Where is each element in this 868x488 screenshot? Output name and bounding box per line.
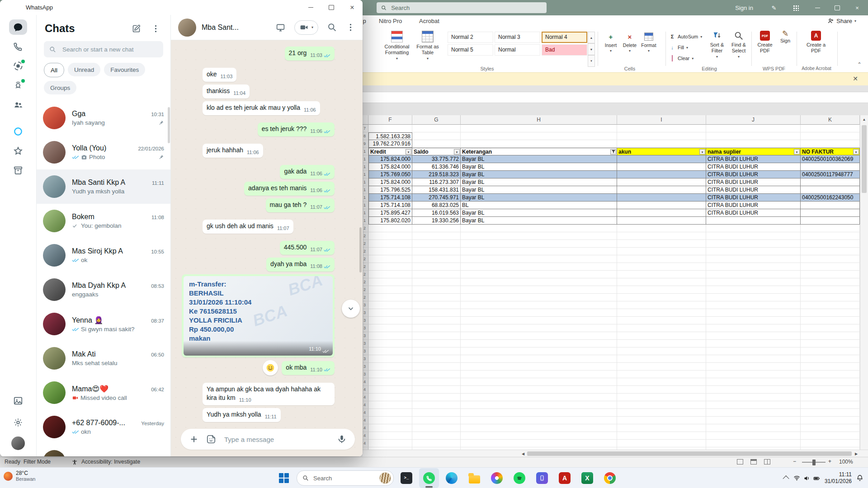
row-number[interactable]: 7 [363,125,368,132]
chat-search-input[interactable] [61,46,158,53]
empty-cell[interactable] [412,409,461,417]
empty-cell[interactable] [412,347,461,355]
empty-cell[interactable] [706,401,801,409]
empty-cell[interactable] [412,440,461,447]
empty-cell[interactable] [706,294,801,301]
row-number[interactable]: 2 [363,286,368,294]
normal-view-icon[interactable] [737,459,743,465]
filter-dropdown-button[interactable] [610,149,616,155]
filter-dropdown-button[interactable]: ▾ [699,149,705,155]
chat-list-item[interactable]: Mak Ati06:50Mks sehat selalu [37,341,170,375]
chat-list-item[interactable]: Mba Dyah Kkp A08:53enggaaks [37,272,170,307]
empty-cell[interactable] [706,271,801,278]
chat-list-item[interactable] [37,444,170,456]
kredit-cell[interactable]: 175.895.427 [368,209,412,217]
row-number[interactable]: 4 [363,440,368,447]
empty-cell[interactable] [461,424,617,432]
spotify-taskbar-icon[interactable] [509,468,529,488]
row-number[interactable]: 3 [363,301,368,309]
empty-cell[interactable] [368,278,412,286]
worksheet-grid[interactable]: 781.582.163.238919.762.270.9161Kredit▾Sa… [363,125,860,450]
empty-cell[interactable] [368,294,412,301]
filter-header-saldo[interactable]: Saldo▾ [412,148,461,155]
empty-cell[interactable] [368,440,412,447]
message-composer[interactable] [181,429,355,450]
conversation-header[interactable]: Mba Sant... ▾ [171,15,363,40]
suplier-cell[interactable]: CITRA BUDI LUHUR [706,186,801,194]
clear-button[interactable]: Clear▾ [669,54,693,62]
empty-cell[interactable] [706,255,801,263]
empty-cell[interactable] [412,255,461,263]
row-number[interactable]: 1 [363,178,368,186]
empty-cell[interactable] [461,263,617,271]
empty-cell[interactable] [412,271,461,278]
keterangan-cell[interactable]: Bayar BL [461,194,617,202]
akun-cell[interactable] [617,155,706,163]
row-number[interactable]: 2 [363,294,368,301]
column-header-f[interactable]: F [368,115,412,125]
empty-cell[interactable] [706,324,801,332]
message-bubble[interactable]: 21 org11:03 [285,47,335,61]
tab-nitro-pro[interactable]: Nitro Pro [379,18,402,24]
attach-plus-icon[interactable] [189,434,199,444]
suplier-cell[interactable]: CITRA BUDI LUHUR [706,171,801,178]
empty-cell[interactable] [801,332,860,340]
scroll-right-arrow[interactable]: ▶ [854,451,859,456]
empty-cell[interactable] [706,355,801,363]
column-header-k[interactable]: K [801,115,860,125]
chat-list-item[interactable]: Mas Siroj Kkp A10:55ok [37,238,170,272]
empty-cell[interactable] [706,424,801,432]
empty-cell[interactable] [706,140,801,148]
message-bubble[interactable]: thankiss11:04 [203,84,250,99]
maximize-button[interactable] [827,0,847,15]
row-number[interactable]: 3 [363,309,368,317]
message-bubble[interactable]: oke11:03 [203,68,236,82]
saldo-total-cell[interactable]: 19.762.270.916 [368,140,412,148]
empty-cell[interactable] [801,301,860,309]
row-number[interactable]: 1 [363,217,368,225]
empty-cell[interactable] [617,132,706,140]
empty-cell[interactable] [801,378,860,386]
empty-cell[interactable] [461,232,617,240]
acrobat-taskbar-icon[interactable]: A [555,468,575,488]
chat-search-bar[interactable] [44,41,163,57]
empty-cell[interactable] [461,409,617,417]
whatsapp-taskbar-icon[interactable] [419,468,439,488]
empty-cell[interactable] [461,347,617,355]
empty-cell[interactable] [706,125,801,132]
empty-cell[interactable] [801,132,860,140]
row-number[interactable]: 4 [363,424,368,432]
rail-calls-button[interactable] [9,39,27,54]
empty-cell[interactable] [801,125,860,132]
empty-cell[interactable] [461,417,617,424]
empty-cell[interactable] [617,417,706,424]
menu-icon[interactable] [151,24,160,33]
photos-taskbar-icon[interactable] [487,468,507,488]
empty-cell[interactable] [706,409,801,417]
row-number[interactable]: 2 [363,255,368,263]
saldo-cell[interactable]: 19.330.256 [412,217,461,225]
row-number[interactable]: 4 [363,417,368,424]
empty-cell[interactable] [461,324,617,332]
zoom-level[interactable]: 100% [839,459,853,465]
zoom-slider-thumb[interactable] [812,460,816,465]
weather-widget[interactable]: 28°C Berawan [4,470,35,482]
keterangan-cell[interactable]: Bayar BL [461,209,617,217]
horizontal-scrollbar[interactable]: ◀ ▶ [363,450,868,457]
suplier-cell[interactable]: CITRA BUDI LUHUR [706,163,801,171]
row-number[interactable]: 4 [363,409,368,417]
empty-cell[interactable] [706,240,801,248]
empty-cell[interactable] [412,263,461,271]
empty-cell[interactable] [368,271,412,278]
row-number[interactable]: 3 [363,347,368,355]
kredit-cell[interactable]: 175.714.108 [368,194,412,202]
message-input[interactable] [223,435,330,444]
message-bubble[interactable]: jeruk hahhah11:06 [203,144,263,158]
profile-avatar[interactable] [11,436,25,450]
row-number[interactable]: 2 [363,278,368,286]
edit-icon[interactable]: ✎ [764,0,784,15]
empty-cell[interactable] [368,401,412,409]
row-number[interactable]: 1 [363,202,368,209]
empty-cell[interactable] [706,417,801,424]
scroll-left-arrow[interactable]: ◀ [520,451,526,456]
